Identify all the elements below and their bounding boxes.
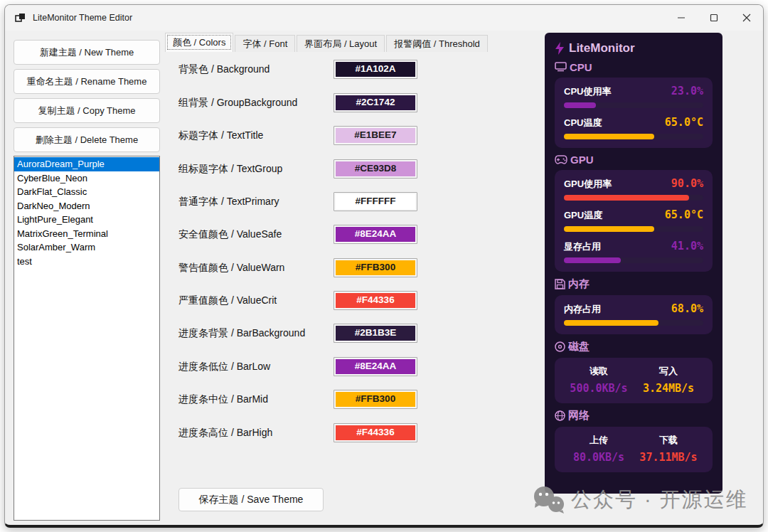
metric-value: 65.0°C <box>665 208 703 221</box>
metric-value: 65.0°C <box>665 116 703 129</box>
wechat-icon <box>533 486 565 514</box>
metric-value: 80.0KB/s <box>573 451 624 464</box>
color-swatch-groupbackground[interactable]: #2C1742 <box>334 93 417 112</box>
color-row-label: 组标题字体 / TextGroup <box>178 159 335 179</box>
progress-fill <box>564 102 596 108</box>
app-icon <box>15 12 26 23</box>
color-row-label: 背景色 / Background <box>178 60 335 79</box>
network-icon <box>555 410 565 421</box>
metric-name: CPU温度 <box>564 117 602 129</box>
progress-track <box>564 257 703 263</box>
delete-theme-button[interactable]: 删除主题 / Delete Theme <box>14 127 160 152</box>
color-swatch-texttitle[interactable]: #E1BEE7 <box>334 126 417 145</box>
color-row-label: 严重值颜色 / ValueCrit <box>178 291 335 310</box>
color-row-label: 进度条低位 / BarLow <box>178 357 335 376</box>
theme-list-item[interactable]: AuroraDream_Purple <box>14 157 159 171</box>
theme-listbox[interactable]: AuroraDream_Purple CyberBlue_Neon DarkFl… <box>14 156 160 521</box>
progress-fill <box>564 320 658 326</box>
copy-theme-button[interactable]: 复制主题 / Copy Theme <box>14 98 160 123</box>
new-theme-button[interactable]: 新建主题 / New Theme <box>14 40 160 65</box>
disk-icon <box>555 341 565 352</box>
progress-track <box>564 320 703 326</box>
progress-fill <box>564 134 654 139</box>
color-swatch-valuecrit[interactable]: #F44336 <box>334 291 417 310</box>
section-gpu: GPU <box>555 154 713 166</box>
tab-layout[interactable]: 界面布局 / Layout <box>297 35 385 52</box>
metric-name: 上传 <box>564 434 634 447</box>
memory-group: 内存占用68.0% <box>555 295 713 334</box>
metric-value: 37.11MB/s <box>639 451 697 464</box>
window-title: LiteMonitor Theme Editor <box>33 13 132 23</box>
metric-name: GPU使用率 <box>564 178 612 191</box>
metric-name: 显存占用 <box>564 240 601 253</box>
tab-threshold[interactable]: 报警阈值 / Threshold <box>386 35 488 52</box>
theme-list-item[interactable]: test <box>14 255 159 269</box>
metric-value: 3.24MB/s <box>643 382 694 395</box>
color-row-label: 安全值颜色 / ValueSafe <box>178 225 335 244</box>
color-swatch-barmid[interactable]: #FFB300 <box>334 390 417 409</box>
minimize-button[interactable] <box>665 5 698 31</box>
theme-list-item[interactable]: DarkFlat_Classic <box>14 185 159 199</box>
maximize-icon <box>710 14 718 22</box>
minimize-icon <box>677 14 686 22</box>
theme-list-item[interactable]: SolarAmber_Warm <box>14 240 159 255</box>
metric-name: 写入 <box>634 365 703 378</box>
progress-track <box>564 226 703 232</box>
theme-preview-panel: LiteMonitor CPU CPU使用率23.0% CPU温度65.0°C … <box>545 33 722 494</box>
color-swatch-barbackground[interactable]: #2B1B3E <box>334 324 417 343</box>
progress-fill <box>564 226 654 232</box>
close-icon <box>742 14 751 22</box>
color-row-label: 进度条中位 / BarMid <box>178 390 335 409</box>
color-row-label: 进度条背景 / BarBackground <box>178 324 335 343</box>
rename-theme-button[interactable]: 重命名主题 / Rename Theme <box>14 69 160 94</box>
color-swatch-background[interactable]: #1A102A <box>334 60 417 79</box>
watermark: 公众号 · 开源运维 <box>533 486 748 514</box>
color-row-label: 标题字体 / TextTitle <box>178 126 335 145</box>
color-row-label: 组背景 / GroupBackground <box>178 93 335 112</box>
metric-name: 下载 <box>634 434 703 447</box>
progress-fill <box>564 195 689 201</box>
gpu-icon <box>555 155 567 164</box>
cpu-icon <box>555 62 567 73</box>
color-swatch-barlow[interactable]: #8E24AA <box>334 357 417 376</box>
color-swatch-valuewarn[interactable]: #FFB300 <box>334 258 417 277</box>
metric-value: 23.0% <box>671 85 703 97</box>
color-row-label: 进度条高位 / BarHigh <box>178 423 335 442</box>
save-theme-button[interactable]: 保存主题 / Save Theme <box>178 488 324 511</box>
preview-title: LiteMonitor <box>555 41 713 55</box>
section-memory: 内存 <box>555 277 713 291</box>
gpu-group: GPU使用率90.0% GPU温度65.0°C 显存占用41.0% <box>555 170 713 272</box>
color-swatch-textgroup[interactable]: #CE93D8 <box>334 159 417 179</box>
tab-strip: 颜色 / Colors 字体 / Font 界面布局 / Layout 报警阈值… <box>165 33 489 52</box>
memory-icon <box>555 279 565 289</box>
metric-value: 90.0% <box>671 177 703 190</box>
metric-value: 68.0% <box>671 302 703 315</box>
color-row-label: 警告值颜色 / ValueWarn <box>178 258 335 277</box>
tab-colors[interactable]: 颜色 / Colors <box>165 33 233 52</box>
app-window: LiteMonitor Theme Editor 新建主题 / New Them… <box>4 4 764 528</box>
metric-name: 内存占用 <box>564 303 601 316</box>
maximize-button[interactable] <box>698 5 730 31</box>
color-swatch-barhigh[interactable]: #F44336 <box>334 423 417 442</box>
color-swatch-valuesafe[interactable]: #8E24AA <box>334 225 417 244</box>
section-cpu: CPU <box>555 61 713 73</box>
theme-list-item[interactable]: DarkNeo_Modern <box>14 199 159 213</box>
watermark-text: 公众号 · 开源运维 <box>571 486 748 514</box>
progress-track <box>564 134 703 139</box>
tab-font[interactable]: 字体 / Font <box>235 35 295 52</box>
theme-list-item[interactable]: MatrixGreen_Terminal <box>14 227 159 241</box>
metric-name: GPU温度 <box>564 209 602 222</box>
metric-value: 500.0KB/s <box>570 382 627 395</box>
network-group: 上传80.0KB/s 下载37.11MB/s <box>555 427 713 472</box>
progress-track <box>564 102 703 108</box>
metric-name: CPU使用率 <box>564 85 611 98</box>
bolt-icon <box>555 42 565 55</box>
color-swatch-textprimary[interactable]: #FFFFFF <box>334 192 417 211</box>
metric-name: 读取 <box>564 365 634 378</box>
section-disk: 磁盘 <box>555 340 713 353</box>
theme-list-item[interactable]: CyberBlue_Neon <box>14 171 159 186</box>
cpu-group: CPU使用率23.0% CPU温度65.0°C <box>555 78 713 148</box>
theme-list-item[interactable]: LightPure_Elegant <box>14 213 159 227</box>
close-button[interactable] <box>730 5 763 31</box>
progress-fill <box>564 257 621 263</box>
